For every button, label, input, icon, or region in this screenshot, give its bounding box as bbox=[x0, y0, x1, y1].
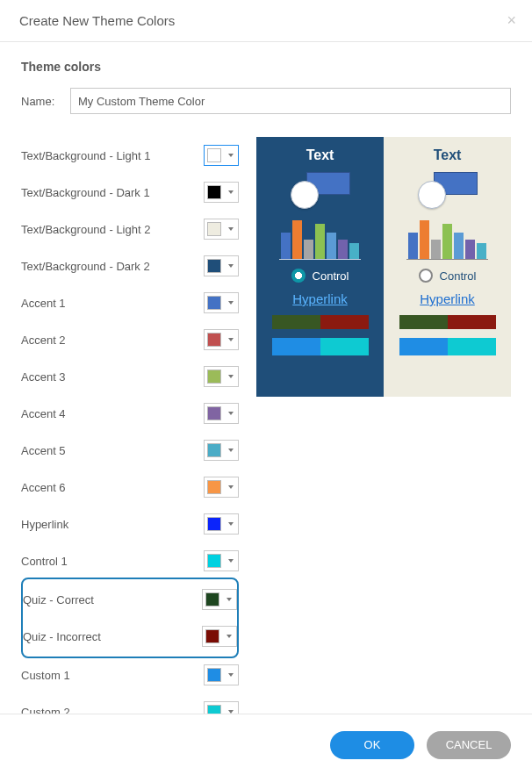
color-swatch bbox=[207, 296, 221, 310]
chevron-down-icon bbox=[228, 485, 234, 489]
preview-circle-icon bbox=[418, 181, 446, 209]
preview-quiz-bar bbox=[399, 315, 496, 329]
color-swatch-button[interactable] bbox=[204, 182, 239, 203]
chevron-down-icon bbox=[228, 412, 234, 415]
color-swatch bbox=[207, 370, 221, 384]
preview-control: Control bbox=[291, 269, 349, 283]
chevron-down-icon bbox=[228, 301, 234, 305]
titlebar: Create New Theme Colors × bbox=[0, 0, 532, 42]
color-swatch-button[interactable] bbox=[204, 255, 239, 276]
preview-panel: Text Control Hyperlink bbox=[256, 137, 511, 397]
color-row: Control 1 bbox=[21, 542, 239, 579]
color-row: Quiz - Correct bbox=[23, 581, 237, 618]
color-swatch-button[interactable] bbox=[204, 366, 239, 387]
color-row: Accent 4 bbox=[21, 395, 239, 432]
color-swatch bbox=[207, 517, 221, 531]
color-swatch bbox=[207, 148, 221, 162]
color-row-label: Quiz - Incorrect bbox=[23, 630, 101, 643]
color-swatch bbox=[207, 185, 221, 199]
color-swatch bbox=[207, 222, 221, 236]
color-swatch-button[interactable] bbox=[204, 701, 239, 714]
color-swatch bbox=[207, 480, 221, 494]
chevron-down-icon bbox=[228, 190, 234, 194]
color-row: Text/Background - Light 1 bbox=[21, 137, 239, 174]
chevron-down-icon bbox=[228, 264, 234, 268]
preview-text-label: Text bbox=[306, 147, 334, 163]
color-row-label: Accent 5 bbox=[21, 444, 66, 457]
color-row-label: Hyperlink bbox=[21, 518, 68, 531]
color-swatch bbox=[207, 554, 221, 568]
content-area: Theme colors Name: Text/Background - Lig… bbox=[0, 42, 532, 714]
color-row-label: Control 1 bbox=[21, 555, 68, 568]
name-row: Name: bbox=[21, 88, 511, 114]
color-swatch-button[interactable] bbox=[204, 440, 239, 461]
color-swatch bbox=[207, 705, 221, 714]
theme-name-input[interactable] bbox=[70, 88, 511, 114]
preview-custom-bar bbox=[399, 338, 496, 355]
color-row-label: Text/Background - Light 1 bbox=[21, 149, 150, 162]
color-swatch-button[interactable] bbox=[202, 589, 237, 610]
color-swatch-button[interactable] bbox=[204, 292, 239, 313]
preview-shapes bbox=[418, 172, 478, 209]
color-row: Custom 2 bbox=[21, 693, 239, 714]
color-swatch bbox=[207, 668, 221, 682]
close-icon[interactable]: × bbox=[507, 11, 516, 30]
color-swatch-button[interactable] bbox=[204, 550, 239, 571]
preview-light: Text Control Hyperlink bbox=[384, 137, 511, 397]
color-row-label: Quiz - Correct bbox=[23, 593, 94, 606]
color-row-label: Accent 6 bbox=[21, 481, 66, 494]
color-list: Text/Background - Light 1Text/Background… bbox=[21, 137, 239, 714]
color-row-label: Accent 3 bbox=[21, 370, 66, 384]
preview-quiz-bar bbox=[272, 315, 369, 329]
preview-control-label: Control bbox=[313, 269, 349, 283]
chevron-down-icon bbox=[228, 338, 234, 341]
chevron-down-icon bbox=[228, 375, 234, 378]
color-row: Accent 1 bbox=[21, 284, 239, 321]
color-swatch bbox=[207, 259, 221, 273]
cancel-button[interactable]: CANCEL bbox=[427, 731, 511, 759]
preview-control: Control bbox=[419, 269, 477, 283]
preview-chart-icon bbox=[279, 218, 361, 260]
color-swatch-button[interactable] bbox=[204, 403, 239, 424]
chevron-down-icon bbox=[228, 154, 234, 157]
color-swatch-button[interactable] bbox=[204, 145, 239, 166]
color-row: Accent 3 bbox=[21, 358, 239, 395]
section-title: Theme colors bbox=[21, 60, 511, 74]
color-row: Text/Background - Light 2 bbox=[21, 211, 239, 248]
color-row-label: Text/Background - Dark 2 bbox=[21, 260, 150, 273]
quiz-highlight-box: Quiz - CorrectQuiz - Incorrect bbox=[21, 578, 239, 658]
color-row: Quiz - Incorrect bbox=[23, 618, 237, 655]
color-swatch bbox=[205, 592, 219, 606]
preview-circle-icon bbox=[291, 181, 319, 209]
chevron-down-icon bbox=[228, 448, 234, 452]
color-swatch-button[interactable] bbox=[204, 329, 239, 350]
color-swatch-button[interactable] bbox=[204, 664, 239, 685]
radio-icon bbox=[291, 269, 306, 283]
color-row: Text/Background - Dark 2 bbox=[21, 248, 239, 284]
preview-hyperlink: Hyperlink bbox=[420, 291, 475, 306]
color-row-label: Accent 1 bbox=[21, 297, 66, 310]
chevron-down-icon bbox=[228, 673, 234, 677]
color-swatch bbox=[207, 406, 221, 420]
ok-button[interactable]: OK bbox=[330, 731, 414, 759]
color-row-label: Text/Background - Dark 1 bbox=[21, 186, 150, 199]
chevron-down-icon bbox=[228, 227, 234, 231]
columns: Text/Background - Light 1Text/Background… bbox=[21, 137, 511, 714]
preview-hyperlink: Hyperlink bbox=[292, 291, 348, 306]
color-swatch-button[interactable] bbox=[204, 477, 239, 498]
preview-custom-bar bbox=[272, 338, 369, 355]
color-row-label: Accent 4 bbox=[21, 407, 66, 420]
name-label: Name: bbox=[21, 95, 70, 108]
color-swatch-button[interactable] bbox=[204, 219, 239, 240]
color-row-label: Custom 1 bbox=[21, 669, 70, 682]
color-row: Text/Background - Dark 1 bbox=[21, 174, 239, 211]
color-row-label: Custom 2 bbox=[21, 706, 70, 714]
color-swatch-button[interactable] bbox=[204, 513, 239, 535]
preview-chart-icon bbox=[406, 218, 488, 260]
color-swatch-button[interactable] bbox=[202, 626, 237, 647]
color-row: Custom 1 bbox=[21, 657, 239, 693]
footer: OK CANCEL bbox=[0, 714, 532, 775]
preview-text-label: Text bbox=[434, 147, 462, 163]
color-swatch bbox=[207, 443, 221, 457]
radio-icon bbox=[419, 269, 433, 283]
